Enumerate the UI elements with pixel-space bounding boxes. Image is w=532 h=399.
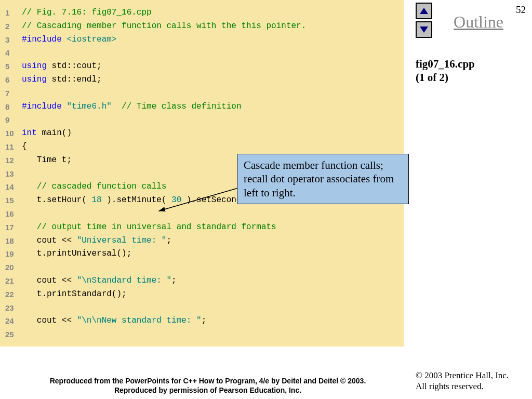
code-content: cout << "\nStandard time: "; [22,274,177,288]
code-content: Time t; [22,154,72,167]
code-content: using std::endl; [22,73,102,87]
line-number: 24 [5,314,22,328]
line-number: 12 [5,154,22,167]
line-number: 1 [5,6,22,20]
line-number: 9 [5,113,22,127]
line-number: 19 [5,247,22,261]
code-content: using std::cout; [22,60,102,73]
code-content [22,261,27,274]
line-number: 3 [5,33,22,47]
code-content [22,46,27,60]
line-number: 14 [5,180,22,194]
code-line: 25 [5,328,398,341]
line-number: 2 [5,20,22,33]
code-content: t.printUniversal(); [22,247,131,261]
code-line: 19 t.printUniversal(); [5,247,398,261]
slide-number: 52 [516,4,526,16]
code-content [22,207,27,221]
code-content [22,87,27,100]
code-line: 5using std::cout; [5,60,398,73]
code-content [22,113,27,127]
line-number: 23 [5,301,22,315]
code-content: // Cascading member function calls with … [22,20,306,33]
copyright-line: © 2003 Prentice Hall, Inc. [416,370,509,380]
file-page: (1 of 2) [416,71,448,84]
code-line: 7 [5,87,398,100]
arrow-up-icon [420,8,428,14]
code-line: 3#include <iostream> [5,33,398,47]
code-content: // cascaded function calls [22,180,166,194]
file-name: fig07_16.cpp [416,58,475,70]
line-number: 7 [5,87,22,100]
copyright-line: All rights reserved. [416,381,484,391]
code-line: 20 [5,261,398,274]
copyright-notice: © 2003 Prentice Hall, Inc. All rights re… [416,370,509,392]
line-number: 4 [5,46,22,60]
code-line: 16 [5,207,398,221]
arrow-down-icon [420,26,428,33]
code-line: 21 cout << "\nStandard time: "; [5,274,398,288]
line-number: 13 [5,167,22,181]
code-line: 6using std::endl; [5,73,398,87]
code-content: { [22,140,27,154]
code-line: 11{ [5,140,398,154]
code-line: 18 cout << "Universal time: "; [5,234,398,248]
line-number: 25 [5,328,22,341]
line-number: 21 [5,274,22,288]
code-content: cout << "Universal time: "; [22,234,171,248]
line-number: 5 [5,60,22,73]
code-content: #include "time6.h" // Time class definit… [22,100,241,114]
file-label: fig07_16.cpp (1 of 2) [416,57,475,85]
code-content: // output time in universal and standard… [22,221,276,234]
prev-slide-button[interactable] [416,3,432,19]
code-content: // Fig. 7.16: fig07_16.cpp [22,6,152,20]
code-line: 23 [5,301,398,315]
next-slide-button[interactable] [416,21,432,38]
code-content [22,328,27,341]
code-line: 8#include "time6.h" // Time class defini… [5,100,398,114]
code-line: 4 [5,46,398,60]
annotation-callout: Cascade member function calls; recall do… [237,154,409,204]
footer-credit: Reproduced from the PowerPoints for C++ … [29,377,387,395]
code-line: 10int main() [5,127,398,140]
line-number: 8 [5,100,22,114]
code-line: 17 // output time in universal and stand… [5,221,398,234]
line-number: 11 [5,140,22,154]
line-number: 6 [5,73,22,87]
line-number: 15 [5,194,22,207]
line-number: 22 [5,288,22,301]
line-number: 20 [5,261,22,274]
line-number: 17 [5,221,22,234]
code-content: cout << "\n\nNew standard time: "; [22,314,206,328]
code-content: int main() [22,127,72,140]
code-line: 1// Fig. 7.16: fig07_16.cpp [5,6,398,20]
nav-button-group [416,3,432,38]
code-line: 2// Cascading member function calls with… [5,20,398,33]
line-number: 18 [5,234,22,248]
code-line: 9 [5,113,398,127]
code-content [22,301,27,315]
line-number: 10 [5,127,22,140]
outline-link[interactable]: Outline [454,12,503,32]
code-content [22,167,27,181]
code-line: 24 cout << "\n\nNew standard time: "; [5,314,398,328]
code-content: t.printStandard(); [22,288,127,301]
code-line: 22 t.printStandard(); [5,288,398,301]
code-content: #include <iostream> [22,33,116,47]
line-number: 16 [5,207,22,221]
